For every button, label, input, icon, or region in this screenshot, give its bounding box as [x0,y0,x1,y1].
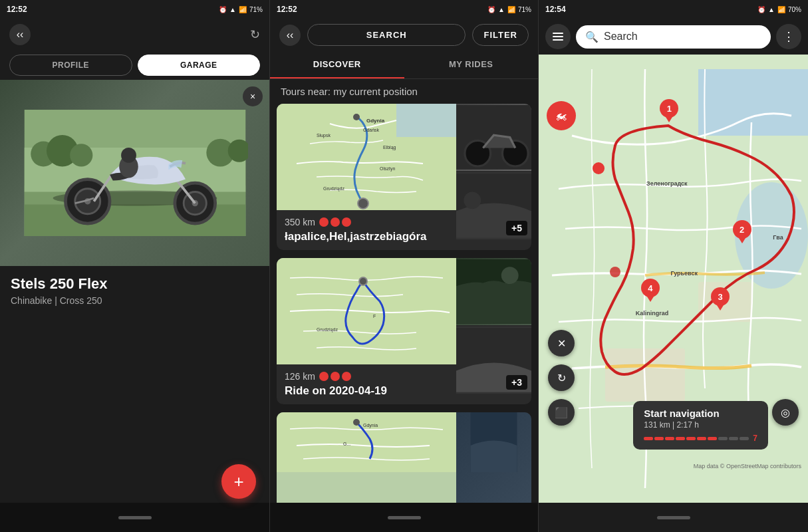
search-button-p2[interactable]: SEARCH [307,24,466,46]
ride-map-3: Gdynia G... [277,412,456,503]
ride-photo-2b: +3 [456,327,531,394]
dot-3 [342,217,351,227]
search-icon-p3: 🔍 [585,31,599,43]
alarm-icon-3: ⏰ [757,6,765,13]
dot-1 [319,217,329,227]
h-line-3 [553,39,563,41]
panel-map: 12:54 ⏰ ▲ 📶 70% 🔍 Search ⋮ [539,0,808,532]
close-overlay-button[interactable]: × [243,86,263,106]
wifi-icon: ▲ [229,6,236,13]
map-pin-2[interactable]: 2 [733,220,751,243]
ride-photo-1b: +5 [456,172,531,239]
locate-button[interactable]: ◎ [772,399,799,426]
more-icon: ⋮ [783,29,795,44]
signal-icon-2: 📶 [507,6,515,13]
svg-point-32 [464,192,481,209]
bike-image-container: × [0,80,269,266]
alarm-icon: ⏰ [219,6,227,13]
seg-5 [686,437,696,440]
back-button-2[interactable]: ‹‹ [279,25,301,46]
map-container[interactable]: Зеленоградск Гурьевск Kaliningrad Гва 1 … [539,55,808,503]
ride-map-1: Gdynia Gdańsk Elbląg Olsztyn Słupsk Grud… [277,104,456,210]
svg-point-17 [121,148,136,163]
seg-6 [697,437,706,440]
refresh-map-icon: ↻ [557,372,566,384]
svg-text:Gdańsk: Gdańsk [363,128,380,132]
tours-subtitle: Tours near: my current position [270,79,538,104]
refresh-map-button[interactable]: ↻ [548,364,575,391]
wifi-icon-3: ▲ [768,6,775,13]
pin-circle-4: 4 [641,279,660,297]
hamburger-button[interactable] [545,24,571,49]
time-1: 12:52 [7,5,27,14]
save-route-button[interactable]: ⬛ [548,399,575,426]
map-svg-1: Gdynia Gdańsk Elbląg Olsztyn Słupsk Grud… [277,104,456,210]
ride-card-2[interactable]: Grudziądz F +3 126 km [277,258,531,404]
ride-photos-2: +3 [456,258,531,364]
nav-bar-2 [270,503,538,532]
pin-tail-2 [739,238,745,243]
tab-profile[interactable]: PROFILE [9,55,132,76]
pin-circle-1: 1 [660,99,678,118]
ride-photo-2a [456,258,531,325]
start-nav-title: Start navigation [644,408,757,419]
back-button-1[interactable]: ‹‹ [9,24,31,45]
app-logo-btn[interactable]: 🏍 [547,101,576,130]
city-kaliningrad: Kaliningrad [636,310,669,317]
battery-1: 71% [249,6,263,13]
tab-my-rides[interactable]: MY RIDES [404,51,539,78]
ride-photos-3 [456,412,531,503]
logo-circle: 🏍 [547,101,576,130]
refresh-button-1[interactable]: ↻ [250,27,260,42]
time-3: 12:54 [545,5,566,14]
filter-button-p2[interactable]: FILTER [472,24,529,46]
h-line-2 [553,36,563,37]
tab-discover[interactable]: DISCOVER [270,51,404,78]
rides-scroll[interactable]: Gdynia Gdańsk Elbląg Olsztyn Słupsk Grud… [270,104,538,503]
start-nav-detail: 131 km | 2:17 h [644,420,757,430]
nav-progress-bar: 7 [644,434,757,443]
map-pin-4[interactable]: 4 [641,279,660,302]
ride-card-3[interactable]: Gdynia G... [277,412,531,503]
tab-garage[interactable]: GARAGE [138,55,261,76]
ride-photo-1a [456,104,531,171]
status-bar-1: 12:52 ⏰ ▲ 📶 71% [0,0,269,19]
svg-text:Grudziądz: Grudziądz [317,327,338,332]
pin-circle-3: 3 [711,287,730,306]
pin-tail-1 [666,117,672,122]
signal-icon-3: 📶 [777,6,785,13]
home-indicator-3 [657,516,690,519]
seg-2 [654,437,664,440]
home-indicator-2 [388,516,421,519]
ride-card-1[interactable]: Gdynia Gdańsk Elbląg Olsztyn Słupsk Grud… [277,104,531,250]
search-bar-p3[interactable]: 🔍 Search [576,25,771,49]
svg-text:F: F [373,314,376,319]
bike-svg [22,110,248,236]
seg-9 [729,437,738,440]
close-route-button[interactable]: ✕ [548,330,575,356]
add-fab-button[interactable]: + [221,464,256,499]
start-navigation-box[interactable]: Start navigation 131 km | 2:17 h 7 [633,401,768,450]
alarm-icon-2: ⏰ [487,6,495,13]
more-options-button[interactable]: ⋮ [776,24,801,49]
seg-10 [740,437,749,440]
h-line-1 [553,33,563,34]
svg-text:Olsztyn: Olsztyn [380,166,395,172]
logo-icon: 🏍 [555,109,567,123]
nav-bar-1 [0,503,269,532]
home-indicator-1 [118,516,152,519]
time-2: 12:52 [277,5,297,14]
map-pin-1[interactable]: 1 [660,99,678,122]
dot-4 [319,372,329,381]
svg-point-38 [501,267,519,284]
pin-circle-2: 2 [733,220,751,239]
dot-2 [331,217,340,227]
close-route-icon: ✕ [557,337,566,350]
map-pin-3[interactable]: 3 [711,287,730,311]
pin-tail-3 [717,305,724,311]
svg-rect-19 [396,104,456,137]
locate-icon: ◎ [781,406,790,419]
progress-number: 7 [753,434,757,443]
seg-7 [708,437,717,440]
back-arrow-icon: ‹‹ [17,29,24,41]
